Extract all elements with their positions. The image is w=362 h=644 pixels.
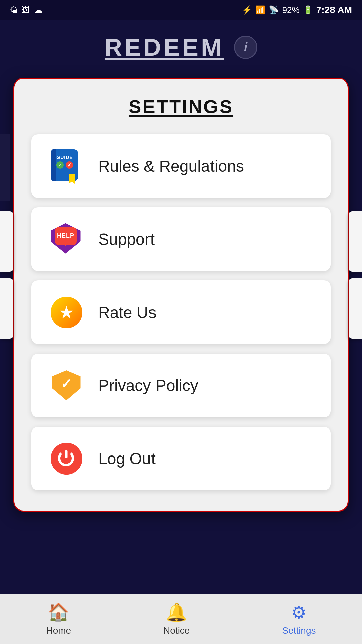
side-card-left-2 <box>0 278 13 339</box>
support-label: Support <box>98 230 155 249</box>
side-card-right-2 <box>349 278 362 339</box>
home-icon: 🏠 <box>48 602 69 623</box>
nav-item-notice[interactable]: 🔔 Notice <box>150 599 203 639</box>
rate-label: Rate Us <box>98 303 156 322</box>
app-title: REDEEM <box>105 34 224 61</box>
side-card-left-1 <box>0 211 13 272</box>
status-right-icons: ⚡ 📶 📡 92% 🔋 7:28 AM <box>242 5 352 15</box>
privacy-label: Privacy Policy <box>98 376 198 395</box>
privacy-icon: ✓ <box>48 367 85 404</box>
rules-icon: GUIDE ✓ ✗ <box>48 148 85 184</box>
cloud-icon: ☁ <box>34 5 42 15</box>
notice-icon: 🔔 <box>166 602 187 623</box>
home-label: Home <box>46 625 71 636</box>
support-icon: HELP <box>48 221 85 258</box>
side-panel-left <box>0 134 10 201</box>
settings-card: SETTINGS GUIDE ✓ ✗ Rules & Regulations <box>13 78 349 512</box>
logout-icon <box>48 440 85 477</box>
logout-label: Log Out <box>98 449 156 468</box>
battery-text: 92% <box>282 5 300 15</box>
battery-icon: 🔋 <box>303 5 313 15</box>
wifi-icon: 📶 <box>255 5 265 15</box>
status-bar: 🌤 🖼 ☁ ⚡ 📶 📡 92% 🔋 7:28 AM <box>0 0 362 20</box>
menu-item-rules[interactable]: GUIDE ✓ ✗ Rules & Regulations <box>31 134 331 198</box>
side-card-right-1 <box>349 211 362 272</box>
menu-item-logout[interactable]: Log Out <box>31 427 331 490</box>
rules-label: Rules & Regulations <box>98 157 244 175</box>
settings-icon: ⚙ <box>291 602 307 623</box>
bluetooth-icon: ⚡ <box>242 5 252 15</box>
settings-title: SETTINGS <box>31 96 331 117</box>
menu-item-privacy[interactable]: ✓ Privacy Policy <box>31 354 331 417</box>
status-left-icons: 🌤 🖼 ☁ <box>10 5 42 15</box>
menu-item-support[interactable]: HELP Support <box>31 207 331 271</box>
settings-nav-label: Settings <box>282 625 316 636</box>
signal-icon: 📡 <box>269 5 279 15</box>
bottom-nav: 🏠 Home 🔔 Notice ⚙ Settings <box>0 594 362 644</box>
weather-icon: 🌤 <box>10 5 18 15</box>
rate-icon: ★ <box>48 294 85 331</box>
status-time: 7:28 AM <box>316 5 352 15</box>
menu-item-rate[interactable]: ★ Rate Us <box>31 280 331 344</box>
header: REDEEM i <box>0 20 362 71</box>
nav-item-home[interactable]: 🏠 Home <box>33 599 84 639</box>
nav-item-settings[interactable]: ⚙ Settings <box>268 599 329 639</box>
notice-label: Notice <box>163 625 190 636</box>
image-icon: 🖼 <box>22 5 30 15</box>
info-button[interactable]: i <box>234 36 257 59</box>
